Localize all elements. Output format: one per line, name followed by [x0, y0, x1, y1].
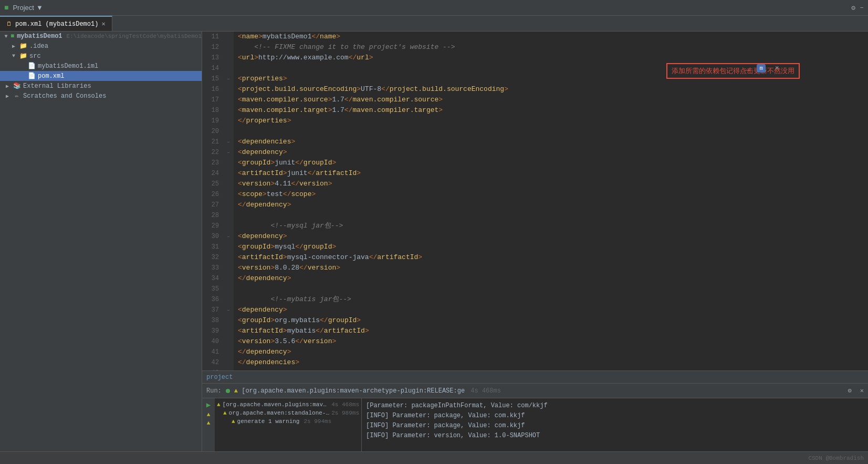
console-close-icon[interactable]: ✕	[860, 387, 864, 395]
src-icon: 📁	[19, 52, 27, 60]
tree-item-label-1: [org.apache.maven.plugins:maven-archetyp…	[223, 401, 330, 408]
iml-icon: 📄	[27, 62, 36, 70]
code-line[interactable]: <artifactId>junit</artifactId>	[238, 168, 864, 179]
code-line[interactable]: <dependency>	[238, 147, 864, 158]
code-line[interactable]: </dependency>	[238, 273, 864, 284]
code-line[interactable]: <scope>test</scope>	[238, 189, 864, 200]
sidebar-item-pom[interactable]: 📄 pom.xml	[0, 71, 202, 81]
gutter-cell[interactable]: –	[223, 305, 234, 315]
console-output[interactable]: [Parameter: packageInPathFormat, Value: …	[362, 398, 868, 451]
line-number: 34	[206, 273, 219, 284]
gutter-cell	[223, 263, 234, 273]
line-number: 23	[206, 158, 219, 168]
code-line[interactable]	[238, 210, 864, 221]
code-editor[interactable]: 1112131415161718192021222324252627282930…	[202, 32, 868, 370]
gutter-cell[interactable]	[223, 357, 234, 368]
code-line[interactable]: <maven.compiler.source>1.7</maven.compil…	[238, 95, 864, 105]
line-number: 14	[206, 63, 219, 74]
code-line[interactable]	[238, 126, 864, 137]
gutter-cell[interactable]: –	[223, 137, 234, 147]
tree-timing-3: 2s 994ms	[304, 418, 331, 425]
code-line[interactable]: <name>mybatisDemo1</name>	[238, 32, 864, 42]
sidebar-root[interactable]: ▼ ■ mybatisDemo1 E:\ideacode\springTestC…	[0, 32, 202, 41]
code-line[interactable]: <dependency>	[238, 231, 864, 242]
gutter-cell[interactable]: –	[223, 147, 234, 158]
annotation-overlay: 添加所需的依赖包记得点击更新不然没用	[666, 63, 800, 79]
gutter-cell	[223, 63, 234, 74]
idea-icon: 📁	[19, 42, 27, 50]
code-line[interactable]: <groupId>mysql</groupId>	[238, 242, 864, 252]
gutter-cell[interactable]	[223, 200, 234, 210]
code-line[interactable]: <dependency>	[238, 305, 864, 315]
gutter-cell[interactable]	[223, 116, 234, 126]
sidebar-item-src[interactable]: ▼ 📁 src	[0, 51, 202, 61]
line-number: 40	[206, 336, 219, 347]
code-line[interactable]: <!--mysql jar包-->	[238, 221, 864, 231]
console-line: [INFO] Parameter: version, Value: 1.0-SN…	[366, 431, 864, 440]
tree-warning-icon2: ▲	[223, 410, 227, 416]
gutter-cell	[223, 84, 234, 95]
breadcrumb: project	[206, 374, 233, 381]
gutter-cell[interactable]	[223, 347, 234, 357]
line-number: 17	[206, 95, 219, 105]
line-number: 42	[206, 357, 219, 368]
sidebar-item-iml[interactable]: 📄 mybatisDemo1.iml	[0, 61, 202, 71]
tab-pom[interactable]: 🗒 pom.xml (mybatisDemo1) ✕	[0, 16, 112, 31]
play-icon[interactable]: ▶	[206, 400, 211, 409]
watermark: CSDN @Bombradish	[808, 455, 864, 461]
run-indicator	[226, 389, 230, 393]
line-number: 12	[206, 42, 219, 53]
project-button[interactable]: Project ▼	[13, 4, 43, 12]
gutter-cell[interactable]	[223, 273, 234, 284]
code-line[interactable]: <version>3.5.6</version>	[238, 336, 864, 347]
line-number: 15	[206, 74, 219, 84]
code-line[interactable]: <!-- FIXME change it to the project's we…	[238, 42, 864, 53]
console-tree-item-1[interactable]: ▲ [org.apache.maven.plugins:maven-archet…	[215, 400, 361, 409]
code-line[interactable]: </dependency>	[238, 347, 864, 357]
top-bar: ■ Project ▼ ⚙ –	[0, 0, 868, 16]
code-line[interactable]: <project.build.sourceEncoding>UTF-8</pro…	[238, 84, 864, 95]
code-line[interactable]: </properties>	[238, 116, 864, 126]
pom-label: pom.xml	[38, 73, 64, 80]
breadcrumb-bar: project	[202, 370, 868, 383]
tree-item-label-2: org.apache.maven:standalone-pom:pom:1 1 …	[229, 410, 330, 416]
iml-label: mybatisDemo1.iml	[38, 63, 98, 70]
gutter-cell	[223, 189, 234, 200]
m-badge-close[interactable]: ✕	[775, 64, 779, 71]
console-tree-item-2[interactable]: ▲ org.apache.maven:standalone-pom:pom:1 …	[215, 409, 361, 417]
console-line: [Parameter: packageInPathFormat, Value: …	[366, 401, 864, 410]
top-settings-icon[interactable]: ⚙	[851, 4, 855, 12]
sidebar-item-scratches[interactable]: ▶ ✏ Scratches and Consoles	[0, 91, 202, 101]
tab-pom-close[interactable]: ✕	[101, 20, 105, 28]
console-settings-icon[interactable]: ⚙	[848, 387, 852, 395]
line-number: 13	[206, 53, 219, 63]
code-line[interactable]: <!--mybatis jar包-->	[238, 294, 864, 305]
code-line[interactable]: </dependencies>	[238, 357, 864, 368]
line-number: 32	[206, 252, 219, 263]
code-line[interactable]: <version>4.11</version>	[238, 179, 864, 189]
code-content[interactable]: <name>mybatisDemo1</name> <!-- FIXME cha…	[234, 32, 868, 370]
sidebar-item-external-libs[interactable]: ▶ 📚 External Libraries	[0, 81, 202, 91]
line-number: 27	[206, 200, 219, 210]
code-line[interactable]	[238, 284, 864, 294]
gutter-cell[interactable]: –	[223, 231, 234, 242]
run-timing1: 4s 468ms	[470, 387, 501, 395]
editor-area: 添加所需的依赖包记得点击更新不然没用 → m ✕ 111213141516171…	[202, 32, 868, 451]
line-number: 28	[206, 210, 219, 221]
gutter-cell[interactable]: –	[223, 74, 234, 84]
code-line[interactable]: <url>http://www.example.com</url>	[238, 53, 864, 63]
src-arrow: ▼	[11, 53, 17, 59]
code-line[interactable]: <artifactId>mysql-connector-java</artifa…	[238, 252, 864, 263]
top-minimize-icon[interactable]: –	[860, 4, 864, 12]
code-line[interactable]: </dependency>	[238, 200, 864, 210]
code-line[interactable]: <groupId>junit</groupId>	[238, 158, 864, 168]
console-tree-item-3[interactable]: ▲ generate 1 warning 2s 994ms	[215, 417, 361, 426]
code-line[interactable]: <version>8.0.28</version>	[238, 263, 864, 273]
code-line[interactable]: <maven.compiler.target>1.7</maven.compil…	[238, 105, 864, 116]
code-line[interactable]: <artifactId>mybatis</artifactId>	[238, 326, 864, 336]
sidebar-item-idea[interactable]: ▶ 📁 .idea	[0, 41, 202, 51]
scratch-arrow: ▶	[4, 93, 11, 99]
code-line[interactable]: <dependencies>	[238, 137, 864, 147]
project-label: Project	[13, 4, 34, 12]
code-line[interactable]: <groupId>org.mybatis</groupId>	[238, 315, 864, 326]
